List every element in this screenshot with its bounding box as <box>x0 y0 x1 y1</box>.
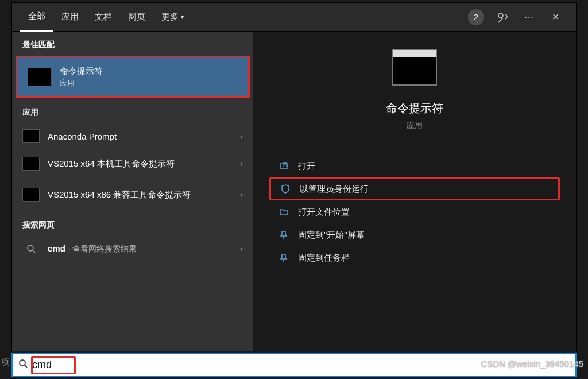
svg-rect-2 <box>280 164 287 169</box>
result-title: VS2015 x64 x86 兼容工具命令提示符 <box>48 189 240 200</box>
terminal-icon <box>22 188 40 202</box>
action-open[interactable]: 打开 <box>269 154 560 177</box>
search-icon <box>22 242 40 256</box>
action-run-as-admin[interactable]: 以管理员身份运行 <box>269 177 560 200</box>
result-app[interactable]: Anaconda Prompt › <box>12 122 253 150</box>
shield-icon <box>279 184 292 194</box>
search-icon <box>18 359 28 370</box>
result-web-search[interactable]: cmd - 查看网络搜索结果 › <box>12 235 253 262</box>
chevron-right-icon: › <box>240 244 243 253</box>
result-title: 命令提示符 <box>60 66 238 77</box>
svg-point-3 <box>20 360 25 366</box>
tab-more-label: 更多 <box>161 11 179 22</box>
watermark: CSDN @weixin_39450145 <box>481 359 583 369</box>
divider <box>269 146 560 146</box>
terminal-icon <box>22 129 40 143</box>
svg-point-1 <box>28 245 33 251</box>
action-label: 以管理员身份运行 <box>300 184 369 195</box>
tab-documents[interactable]: 文档 <box>87 3 120 32</box>
results-list: 最佳匹配 命令提示符 应用 应用 Anaconda Prompt › VS201… <box>12 32 253 351</box>
preview-pane: 命令提示符 应用 打开 以管理员身份运行 <box>253 32 576 351</box>
section-apps: 应用 <box>12 99 253 122</box>
action-label: 打开文件位置 <box>298 207 350 218</box>
truncated-text: 项 <box>1 357 9 368</box>
section-best-match: 最佳匹配 <box>12 32 253 55</box>
action-label: 固定到任务栏 <box>298 253 350 264</box>
tab-web[interactable]: 网页 <box>120 3 153 32</box>
svg-point-0 <box>498 13 503 18</box>
pin-icon <box>277 253 290 262</box>
result-best-match[interactable]: 命令提示符 应用 <box>16 56 250 98</box>
tab-all[interactable]: 全部 <box>20 3 53 32</box>
action-label: 固定到"开始"屏幕 <box>298 230 365 241</box>
terminal-icon <box>22 157 40 171</box>
result-app[interactable]: VS2015 x64 本机工具命令提示符 › <box>12 150 253 177</box>
web-result-term: cmd <box>48 243 65 253</box>
tab-bar: 全部 应用 文档 网页 更多 ▾ 2 ⋯ ✕ <box>12 3 576 32</box>
action-open-file-location[interactable]: 打开文件位置 <box>269 200 560 223</box>
chevron-right-icon: › <box>240 132 243 141</box>
preview-subtitle: 应用 <box>407 121 423 131</box>
result-title: VS2015 x64 本机工具命令提示符 <box>48 158 240 169</box>
cmd-icon <box>28 68 52 86</box>
feedback-icon[interactable] <box>494 9 510 25</box>
chevron-right-icon: › <box>240 159 243 168</box>
action-pin-start[interactable]: 固定到"开始"屏幕 <box>269 223 560 246</box>
tab-apps[interactable]: 应用 <box>53 3 87 32</box>
preview-title: 命令提示符 <box>386 100 443 116</box>
notification-badge[interactable]: 2 <box>468 9 484 25</box>
pin-icon <box>277 230 290 239</box>
result-title: Anaconda Prompt <box>48 132 240 141</box>
folder-icon <box>277 207 290 216</box>
tab-more[interactable]: 更多 ▾ <box>153 3 192 32</box>
section-web: 搜索网页 <box>12 212 253 235</box>
open-icon <box>277 161 290 171</box>
cmd-large-icon <box>392 49 437 86</box>
close-icon[interactable]: ✕ <box>547 9 563 25</box>
chevron-right-icon: › <box>240 190 243 199</box>
result-subtitle: 应用 <box>60 78 238 88</box>
action-label: 打开 <box>298 161 315 172</box>
action-pin-taskbar[interactable]: 固定到任务栏 <box>269 246 560 269</box>
web-result-suffix: - 查看网络搜索结果 <box>65 244 137 253</box>
start-search-panel: 全部 应用 文档 网页 更多 ▾ 2 ⋯ ✕ 最佳匹配 命令提示符 <box>11 2 577 351</box>
more-options-icon[interactable]: ⋯ <box>521 9 537 25</box>
chevron-down-icon: ▾ <box>181 14 184 20</box>
result-app[interactable]: VS2015 x64 x86 兼容工具命令提示符 › <box>12 177 253 212</box>
